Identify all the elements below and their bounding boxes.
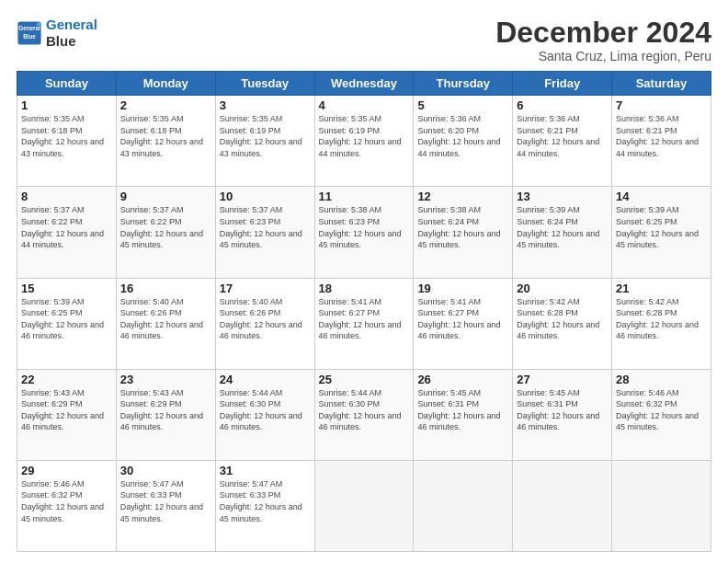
table-row xyxy=(513,460,612,551)
header: General Blue GeneralBlue December 2024 S… xyxy=(17,17,711,63)
logo-text: GeneralBlue xyxy=(46,17,97,50)
day-number: 18 xyxy=(319,282,410,295)
table-row: 30Sunrise: 5:47 AMSunset: 6:33 PMDayligh… xyxy=(116,460,215,551)
day-info: Sunrise: 5:37 AMSunset: 6:22 PMDaylight:… xyxy=(120,204,211,250)
table-row xyxy=(314,460,414,551)
day-info: Sunrise: 5:39 AMSunset: 6:24 PMDaylight:… xyxy=(517,204,608,250)
day-info: Sunrise: 5:39 AMSunset: 6:25 PMDaylight:… xyxy=(616,204,707,250)
day-number: 8 xyxy=(21,190,112,203)
table-row: 25Sunrise: 5:44 AMSunset: 6:30 PMDayligh… xyxy=(314,369,414,460)
day-number: 2 xyxy=(120,98,211,112)
col-monday: Monday xyxy=(116,72,215,96)
day-info: Sunrise: 5:46 AMSunset: 6:32 PMDaylight:… xyxy=(21,478,112,524)
table-row: 17Sunrise: 5:40 AMSunset: 6:26 PMDayligh… xyxy=(215,278,314,369)
day-info: Sunrise: 5:41 AMSunset: 6:27 PMDaylight:… xyxy=(417,296,508,342)
day-info: Sunrise: 5:36 AMSunset: 6:21 PMDaylight:… xyxy=(517,113,608,159)
table-row: 22Sunrise: 5:43 AMSunset: 6:29 PMDayligh… xyxy=(17,369,117,460)
table-row: 13Sunrise: 5:39 AMSunset: 6:24 PMDayligh… xyxy=(513,187,612,278)
day-number: 23 xyxy=(120,373,211,386)
day-info: Sunrise: 5:35 AMSunset: 6:18 PMDaylight:… xyxy=(120,113,211,159)
day-number: 6 xyxy=(517,98,608,112)
day-number: 19 xyxy=(417,282,508,295)
location-subtitle: Santa Cruz, Lima region, Peru xyxy=(495,49,711,63)
calendar-week-row: 29Sunrise: 5:46 AMSunset: 6:32 PMDayligh… xyxy=(17,460,711,551)
month-title: December 2024 xyxy=(495,17,711,49)
page: General Blue GeneralBlue December 2024 S… xyxy=(0,0,728,563)
table-row: 29Sunrise: 5:46 AMSunset: 6:32 PMDayligh… xyxy=(17,460,117,551)
day-number: 1 xyxy=(21,98,112,112)
table-row: 28Sunrise: 5:46 AMSunset: 6:32 PMDayligh… xyxy=(612,369,711,460)
day-info: Sunrise: 5:38 AMSunset: 6:23 PMDaylight:… xyxy=(319,204,410,250)
table-row: 18Sunrise: 5:41 AMSunset: 6:27 PMDayligh… xyxy=(314,278,414,369)
table-row: 16Sunrise: 5:40 AMSunset: 6:26 PMDayligh… xyxy=(116,278,215,369)
day-number: 25 xyxy=(319,373,410,386)
svg-text:Blue: Blue xyxy=(23,33,36,40)
day-info: Sunrise: 5:44 AMSunset: 6:30 PMDaylight:… xyxy=(319,387,410,433)
day-number: 31 xyxy=(220,464,311,477)
day-info: Sunrise: 5:43 AMSunset: 6:29 PMDaylight:… xyxy=(21,387,112,433)
calendar-week-row: 8Sunrise: 5:37 AMSunset: 6:22 PMDaylight… xyxy=(17,187,711,278)
day-number: 4 xyxy=(319,98,410,112)
day-number: 30 xyxy=(120,464,211,477)
day-info: Sunrise: 5:45 AMSunset: 6:31 PMDaylight:… xyxy=(417,387,508,433)
col-sunday: Sunday xyxy=(17,72,117,96)
day-number: 15 xyxy=(21,282,112,295)
table-row: 2Sunrise: 5:35 AMSunset: 6:18 PMDaylight… xyxy=(116,96,215,187)
day-info: Sunrise: 5:45 AMSunset: 6:31 PMDaylight:… xyxy=(517,387,608,433)
logo-icon: General Blue xyxy=(17,20,42,46)
day-info: Sunrise: 5:44 AMSunset: 6:30 PMDaylight:… xyxy=(220,387,311,433)
calendar-table: Sunday Monday Tuesday Wednesday Thursday… xyxy=(17,71,711,552)
calendar-week-row: 22Sunrise: 5:43 AMSunset: 6:29 PMDayligh… xyxy=(17,369,711,460)
col-friday: Friday xyxy=(513,72,612,96)
table-row: 20Sunrise: 5:42 AMSunset: 6:28 PMDayligh… xyxy=(513,278,612,369)
day-number: 14 xyxy=(616,190,707,203)
day-number: 3 xyxy=(220,98,311,112)
table-row: 31Sunrise: 5:47 AMSunset: 6:33 PMDayligh… xyxy=(215,460,314,551)
day-info: Sunrise: 5:42 AMSunset: 6:28 PMDaylight:… xyxy=(517,296,608,342)
day-info: Sunrise: 5:38 AMSunset: 6:24 PMDaylight:… xyxy=(417,204,508,250)
day-info: Sunrise: 5:46 AMSunset: 6:32 PMDaylight:… xyxy=(616,387,707,433)
table-row: 6Sunrise: 5:36 AMSunset: 6:21 PMDaylight… xyxy=(513,96,612,187)
table-row: 7Sunrise: 5:36 AMSunset: 6:21 PMDaylight… xyxy=(612,96,711,187)
logo: General Blue GeneralBlue xyxy=(17,17,97,50)
day-info: Sunrise: 5:47 AMSunset: 6:33 PMDaylight:… xyxy=(120,478,211,524)
table-row: 21Sunrise: 5:42 AMSunset: 6:28 PMDayligh… xyxy=(612,278,711,369)
table-row xyxy=(414,460,513,551)
day-info: Sunrise: 5:35 AMSunset: 6:18 PMDaylight:… xyxy=(21,113,112,159)
day-number: 5 xyxy=(417,98,508,112)
day-number: 26 xyxy=(417,373,508,386)
table-row: 11Sunrise: 5:38 AMSunset: 6:23 PMDayligh… xyxy=(314,187,414,278)
day-info: Sunrise: 5:47 AMSunset: 6:33 PMDaylight:… xyxy=(220,478,311,524)
day-number: 22 xyxy=(21,373,112,386)
day-number: 21 xyxy=(616,282,707,295)
calendar-header-row: Sunday Monday Tuesday Wednesday Thursday… xyxy=(17,72,711,96)
day-number: 24 xyxy=(220,373,311,386)
calendar-week-row: 1Sunrise: 5:35 AMSunset: 6:18 PMDaylight… xyxy=(17,96,711,187)
day-info: Sunrise: 5:36 AMSunset: 6:20 PMDaylight:… xyxy=(417,113,508,159)
day-info: Sunrise: 5:37 AMSunset: 6:22 PMDaylight:… xyxy=(21,204,112,250)
table-row: 10Sunrise: 5:37 AMSunset: 6:23 PMDayligh… xyxy=(215,187,314,278)
col-saturday: Saturday xyxy=(612,72,711,96)
table-row: 24Sunrise: 5:44 AMSunset: 6:30 PMDayligh… xyxy=(215,369,314,460)
day-number: 9 xyxy=(120,190,211,203)
col-tuesday: Tuesday xyxy=(215,72,314,96)
col-wednesday: Wednesday xyxy=(314,72,414,96)
table-row xyxy=(612,460,711,551)
day-number: 20 xyxy=(517,282,608,295)
day-number: 12 xyxy=(417,190,508,203)
table-row: 3Sunrise: 5:35 AMSunset: 6:19 PMDaylight… xyxy=(215,96,314,187)
day-number: 10 xyxy=(220,190,311,203)
col-thursday: Thursday xyxy=(414,72,513,96)
table-row: 4Sunrise: 5:35 AMSunset: 6:19 PMDaylight… xyxy=(314,96,414,187)
table-row: 26Sunrise: 5:45 AMSunset: 6:31 PMDayligh… xyxy=(414,369,513,460)
day-number: 27 xyxy=(517,373,608,386)
table-row: 19Sunrise: 5:41 AMSunset: 6:27 PMDayligh… xyxy=(414,278,513,369)
table-row: 1Sunrise: 5:35 AMSunset: 6:18 PMDaylight… xyxy=(17,96,117,187)
table-row: 9Sunrise: 5:37 AMSunset: 6:22 PMDaylight… xyxy=(116,187,215,278)
table-row: 14Sunrise: 5:39 AMSunset: 6:25 PMDayligh… xyxy=(612,187,711,278)
day-number: 13 xyxy=(517,190,608,203)
day-number: 11 xyxy=(319,190,410,203)
day-number: 16 xyxy=(120,282,211,295)
table-row: 27Sunrise: 5:45 AMSunset: 6:31 PMDayligh… xyxy=(513,369,612,460)
svg-text:General: General xyxy=(18,25,40,31)
